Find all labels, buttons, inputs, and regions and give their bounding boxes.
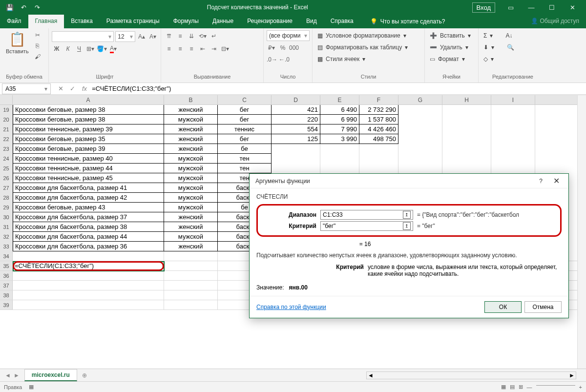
row-header[interactable]: 31 xyxy=(0,222,13,232)
ribbon-options-icon[interactable]: ▭ xyxy=(501,0,521,14)
cell[interactable] xyxy=(442,124,491,134)
table-row[interactable]: 22Кроссовки беговые, размер 35женскийбег… xyxy=(0,134,586,144)
row-header[interactable]: 27 xyxy=(0,183,13,193)
shrink-font-icon[interactable]: A▾ xyxy=(148,32,158,41)
col-header[interactable]: A xyxy=(13,95,164,104)
align-bot-icon[interactable]: ⇊ xyxy=(187,31,196,41)
cell[interactable] xyxy=(491,115,535,124)
cell[interactable]: Кроссовки для баскетбола, размер 41 xyxy=(13,183,164,193)
cell[interactable] xyxy=(491,144,535,154)
arg-input-range[interactable]: C1:C33↥ xyxy=(320,210,413,220)
cell[interactable]: женский xyxy=(164,144,218,154)
tab-data[interactable]: Данные xyxy=(206,15,240,28)
row-header[interactable]: 21 xyxy=(0,124,13,134)
cell[interactable] xyxy=(359,164,398,173)
cell[interactable] xyxy=(164,290,218,300)
range-picker-icon[interactable]: ↥ xyxy=(403,211,411,219)
sheet-prev-icon[interactable]: ◄ xyxy=(5,372,11,379)
italic-button[interactable]: К xyxy=(63,44,73,54)
row-header[interactable]: 33 xyxy=(0,242,13,251)
cell[interactable]: мужской xyxy=(164,173,218,183)
cell[interactable]: Кроссовки теннисные, размер 39 xyxy=(13,124,164,134)
cell[interactable] xyxy=(13,251,164,261)
cell[interactable]: Кроссовки беговые, размер 43 xyxy=(13,203,164,212)
ok-button[interactable]: ОК xyxy=(484,301,522,313)
clear-button[interactable]: ◇ ▾ xyxy=(481,54,516,64)
row-header[interactable]: 36 xyxy=(0,271,13,280)
cell[interactable]: Кроссовки теннисные, размер 40 xyxy=(13,154,164,164)
tab-help[interactable]: Справка xyxy=(324,15,360,28)
delete-cells-button[interactable]: ➖Удалить ▾ xyxy=(428,42,473,53)
tab-file[interactable]: Файл xyxy=(0,15,28,28)
align-right-icon[interactable]: ≡ xyxy=(187,44,196,54)
row-header[interactable]: 19 xyxy=(0,105,13,115)
fill-color-icon[interactable]: 🪣▾ xyxy=(97,44,107,54)
currency-icon[interactable]: ₽▾ xyxy=(267,43,276,53)
wrap-icon[interactable]: ↵ xyxy=(209,31,219,41)
cell[interactable]: 498 750 xyxy=(359,134,398,144)
cell[interactable] xyxy=(398,124,442,134)
col-header[interactable]: E xyxy=(320,95,359,104)
cell[interactable]: 7 990 xyxy=(320,124,359,134)
cell[interactable]: бег xyxy=(218,105,272,115)
col-header[interactable]: F xyxy=(359,95,398,104)
horizontal-scrollbar[interactable]: ◄► xyxy=(366,371,576,379)
cut-icon[interactable]: ✂ xyxy=(33,30,42,40)
cell[interactable]: теннис xyxy=(218,124,272,134)
cell[interactable]: 1 537 800 xyxy=(359,115,398,124)
tab-home[interactable]: Главная xyxy=(28,15,64,28)
cell[interactable]: Кроссовки беговые, размер 39 xyxy=(13,144,164,154)
row-header[interactable]: 20 xyxy=(0,115,13,124)
number-format[interactable]: (все форми▾ xyxy=(267,30,310,41)
cell[interactable]: тен xyxy=(218,164,272,173)
tab-review[interactable]: Рецензирование xyxy=(240,15,299,28)
cell[interactable] xyxy=(164,300,218,309)
row-header[interactable]: 25 xyxy=(0,164,13,173)
grow-font-icon[interactable]: A▴ xyxy=(137,32,146,41)
macro-icon[interactable]: ▦ xyxy=(29,384,34,390)
save-icon[interactable]: 💾 xyxy=(4,1,16,13)
zoom-out-icon[interactable]: — xyxy=(527,384,532,390)
cell[interactable]: 554 xyxy=(272,124,320,134)
add-sheet-icon[interactable]: ⊕ xyxy=(77,370,92,381)
tab-view[interactable]: Вид xyxy=(299,15,324,28)
cell[interactable] xyxy=(272,154,320,164)
align-center-icon[interactable]: ≡ xyxy=(175,44,185,54)
font-size[interactable]: 12▾ xyxy=(115,31,135,42)
cell[interactable] xyxy=(272,164,320,173)
cell[interactable]: 421 xyxy=(272,105,320,115)
cell[interactable] xyxy=(398,105,442,115)
cell[interactable] xyxy=(359,154,398,164)
close-icon[interactable]: ✕ xyxy=(563,0,582,14)
format-table-button[interactable]: ▤Форматировать как таблицу ▾ xyxy=(315,42,410,53)
cell[interactable] xyxy=(398,154,442,164)
col-header[interactable]: D xyxy=(272,95,320,104)
orientation-icon[interactable]: ⟲▾ xyxy=(198,31,208,41)
cell[interactable] xyxy=(442,164,491,173)
row-header[interactable]: 29 xyxy=(0,203,13,212)
name-box[interactable]: A35▾ xyxy=(2,83,51,94)
row-header[interactable]: 37 xyxy=(0,281,13,290)
cell[interactable]: мужской xyxy=(164,115,218,124)
cell[interactable]: Кроссовки для баскетбола, размер 44 xyxy=(13,232,164,242)
table-row[interactable]: 20Кроссовки беговые, размер 38мужскойбег… xyxy=(0,115,586,124)
table-row[interactable]: 19Кроссовки беговые, размер 38женскийбег… xyxy=(0,105,586,115)
tab-formulas[interactable]: Формулы xyxy=(167,15,206,28)
cell[interactable] xyxy=(13,290,164,300)
cell[interactable] xyxy=(442,115,491,124)
cell[interactable] xyxy=(164,271,218,280)
cell[interactable] xyxy=(272,144,320,154)
cell[interactable]: Кроссовки теннисные, размер 44 xyxy=(13,164,164,173)
percent-icon[interactable]: % xyxy=(278,43,288,53)
cell[interactable] xyxy=(164,251,218,261)
cell[interactable] xyxy=(359,144,398,154)
cell[interactable]: женский xyxy=(164,124,218,134)
zoom-in-icon[interactable]: + xyxy=(579,384,582,390)
cell[interactable]: мужской xyxy=(164,232,218,242)
cell-styles-button[interactable]: ▩Стили ячеек ▾ xyxy=(315,54,410,64)
insert-cells-button[interactable]: ➕Вставить ▾ xyxy=(428,30,473,41)
col-header[interactable]: B xyxy=(164,95,218,104)
cell[interactable] xyxy=(491,154,535,164)
inc-decimal-icon[interactable]: .0→ xyxy=(267,55,277,64)
col-header[interactable]: G xyxy=(398,95,442,104)
